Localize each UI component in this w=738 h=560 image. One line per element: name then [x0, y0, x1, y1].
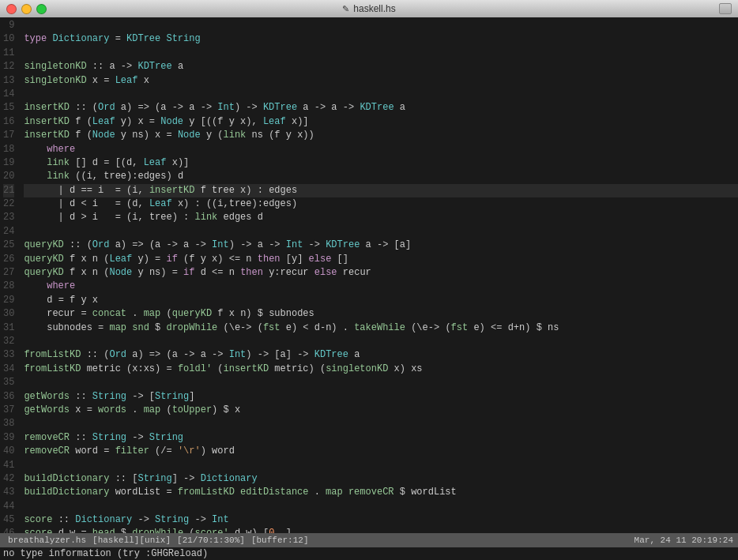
window-title: ✎ haskell.hs: [342, 3, 395, 14]
title-right-button[interactable]: [719, 3, 732, 14]
close-button[interactable]: [6, 4, 17, 14]
code-line-10: type Dictionary = KDTree String: [24, 32, 738, 46]
code-line-12: singletonKD :: a -> KDTree a: [24, 60, 738, 73]
code-line-36: getWords :: String -> [String]: [24, 390, 738, 404]
code-line-31: subnodes = map snd $ dropWhile (\e-> (fs…: [24, 321, 738, 335]
maximize-button[interactable]: [36, 4, 47, 14]
minibuffer-text: no type information (try :GHGReload): [3, 548, 208, 559]
status-bar: breathalyzer.hs [haskell][unix] [21/70:1…: [0, 533, 738, 547]
code-line-44: [24, 500, 738, 513]
code-line-17: insertKD f (Node y ns) x = Node y (link …: [24, 129, 738, 142]
code-line-45: score :: Dictionary -> String -> Int: [24, 513, 738, 527]
minimize-button[interactable]: [21, 4, 32, 14]
status-mode: [haskell][unix]: [89, 536, 174, 545]
title-bar: ✎ haskell.hs: [0, 0, 738, 17]
code-line-19: link [] d = [(d, Leaf x)]: [24, 156, 738, 170]
status-position: [21/70:1:30%]: [174, 536, 248, 545]
code-line-20: link ((i, tree):edges) d: [24, 170, 738, 183]
code-line-23: | d > i = (i, tree) : link edges d: [24, 211, 738, 224]
code-line-13: singletonKD x = Leaf x: [24, 74, 738, 88]
code-line-37: getWords x = words . map (toUpper) $ x: [24, 404, 738, 417]
file-icon: ✎: [342, 4, 349, 14]
code-line-27: queryKD f x n (Node y ns) = if d <= n th…: [24, 266, 738, 280]
code-line-11: [24, 47, 738, 60]
code-line-18: where: [24, 143, 738, 156]
code-line-28: where: [24, 280, 738, 293]
code-line-43: buildDictionary wordList = fromListKD ed…: [24, 486, 738, 499]
code-line-29: d = f y x: [24, 294, 738, 307]
code-line-24: [24, 225, 738, 239]
code-line-15: insertKD :: (Ord a) => (a -> a -> Int) -…: [24, 101, 738, 115]
line-numbers: 9 10 11 12 13 14 15 16 17 18 19 20 21 22…: [0, 17, 21, 533]
code-line-38: [24, 417, 738, 430]
code-line-30: recur = concat . map (queryKD f x n) $ s…: [24, 307, 738, 321]
window-controls[interactable]: [6, 4, 47, 14]
code-line-14: [24, 88, 738, 101]
code-line-42: buildDictionary :: [String] -> Dictionar…: [24, 472, 738, 486]
status-date: Mar, 24 11 20:19:24: [634, 536, 733, 545]
code-line-22: | d < i = (d, Leaf x) : ((i,tree):edges): [24, 197, 738, 211]
code-line-26: queryKD f x n (Leaf y) = if (f y x) <= n…: [24, 253, 738, 266]
code-line-41: [24, 459, 738, 472]
code-line-39: removeCR :: String -> String: [24, 431, 738, 445]
title-bar-right: [719, 3, 732, 14]
code-line-35: [24, 376, 738, 389]
status-left: breathalyzer.hs [haskell][unix] [21/70:1…: [5, 536, 312, 545]
code-line-32: [24, 335, 738, 348]
code-line-9: [24, 19, 738, 32]
code-line-33: fromListKD :: (Ord a) => (a -> a -> Int)…: [24, 348, 738, 362]
editor-area: 9 10 11 12 13 14 15 16 17 18 19 20 21 22…: [0, 17, 738, 533]
title-text: haskell.hs: [353, 3, 395, 14]
code-container[interactable]: 9 10 11 12 13 14 15 16 17 18 19 20 21 22…: [0, 17, 738, 533]
code-line-40: removeCR word = filter (/= '\r') word: [24, 445, 738, 458]
code-line-25: queryKD :: (Ord a) => (a -> a -> Int) ->…: [24, 239, 738, 252]
code-content[interactable]: type Dictionary = KDTree String singleto…: [21, 17, 738, 533]
status-filename: breathalyzer.hs: [5, 536, 89, 545]
code-line-34: fromListKD metric (x:xs) = foldl' (inser…: [24, 363, 738, 376]
code-line-21: | d == i = (i, insertKD f tree x) : edge…: [24, 184, 738, 197]
code-line-46: score d w = head $ dropWhile (score' d w…: [24, 527, 738, 533]
code-line-16: insertKD f (Leaf y) x = Node y [((f y x)…: [24, 115, 738, 129]
status-buffer: [buffer:12]: [248, 536, 312, 545]
minibuffer: no type information (try :GHGReload): [0, 547, 738, 560]
